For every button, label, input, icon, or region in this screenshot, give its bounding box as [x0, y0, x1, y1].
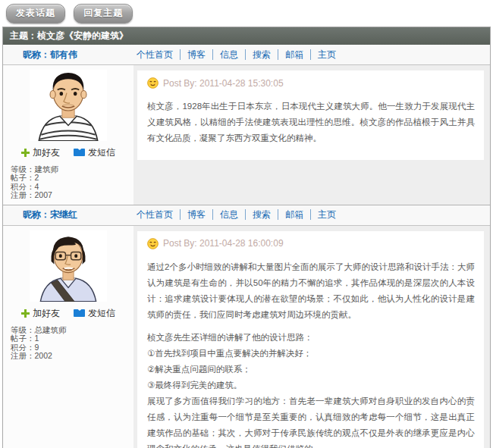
paragraph: 展现了多方面值得我们学习的地方：首先老一辈建筑大师对自身职业的发自内心的责任感，…	[147, 393, 475, 448]
post-1-content-area: Post By: 2011-04-28 15:30:05 桢文彦，1928年出生…	[133, 65, 490, 205]
reply-topic-button[interactable]: 回复主题	[74, 4, 133, 23]
post-2-user-stats: 等级：总建筑师 帖子：1 积分：9 注册：2002	[3, 326, 133, 361]
thread-title: 主题：桢文彦《安静的建筑》	[3, 27, 490, 45]
post-1-meta: Post By: 2011-04-28 15:30:05	[147, 77, 475, 89]
post-2-header: 昵称：宋继红 个性首页博客信息搜索邮箱主页	[3, 205, 490, 226]
add-friend-label: 加好友	[33, 146, 60, 159]
post-1-actions: 加好友 发短信	[3, 146, 133, 159]
post-2-content-area: Post By: 2011-04-28 16:00:09 通过2个多小时细致的讲…	[133, 226, 490, 448]
avatar-male-portrait	[30, 70, 107, 141]
send-message-label: 发短信	[88, 307, 115, 320]
post-2-timestamp: Post By: 2011-04-28 16:00:09	[163, 238, 284, 249]
post-1-body: 加好友 发短信 等级：建筑师 帖子：2 积分：4 注册：2007	[3, 65, 490, 205]
link-blog[interactable]: 博客	[181, 49, 213, 60]
link-search[interactable]: 搜索	[246, 209, 278, 220]
avatar-female-portrait	[30, 230, 107, 302]
send-message-label: 发短信	[88, 146, 115, 159]
plus-icon	[21, 149, 30, 157]
post-1-content-box: Post By: 2011-04-28 15:30:05 桢文彦，1928年出生…	[137, 70, 484, 160]
post-2-sidebar: 加好友 发短信 等级：总建筑师 帖子：1 积分：9 注册：2002	[3, 226, 133, 448]
post-1: 昵称：郁有伟 个性首页博客信息搜索邮箱主页	[3, 45, 490, 205]
post-1-timestamp: Post By: 2011-04-28 15:30:05	[163, 78, 284, 89]
post-1-header: 昵称：郁有伟 个性首页博客信息搜索邮箱主页	[3, 45, 490, 65]
paragraph: 通过2个多小时细致的讲解和大量图片全面的展示了大师的设计思路和设计手法：大师认为…	[147, 259, 475, 323]
post-2-actions: 加好友 发短信	[3, 307, 133, 320]
post-1-nickname: 昵称：郁有伟	[3, 49, 137, 61]
link-homepage[interactable]: 主页	[311, 209, 343, 220]
post-2-nickname: 昵称：宋继红	[3, 208, 137, 221]
post-topic-button[interactable]: 发表话题	[6, 4, 65, 23]
link-mailbox[interactable]: 邮箱	[278, 49, 311, 60]
post-1-text: 桢文彦，1928年出生于日本东京，日本现代主义建筑大师。他一生致力于发展现代主义…	[147, 99, 475, 146]
envelope-icon	[74, 309, 85, 317]
stat-posts: 帖子：1	[11, 334, 133, 343]
add-friend-button[interactable]: 加好友	[21, 307, 60, 320]
post-1-sidebar: 加好友 发短信 等级：建筑师 帖子：2 积分：4 注册：2007	[3, 65, 133, 205]
post-1-user-stats: 等级：建筑师 帖子：2 积分：4 注册：2007	[3, 165, 133, 200]
plus-icon	[21, 309, 30, 318]
smiley-icon	[147, 77, 159, 89]
link-info[interactable]: 信息	[213, 49, 246, 60]
add-friend-button[interactable]: 加好友	[21, 146, 60, 159]
post-2: 昵称：宋继红 个性首页博客信息搜索邮箱主页	[3, 205, 490, 448]
thread-panel: 主题：桢文彦《安静的建筑》 昵称：郁有伟 个性首页博客信息搜索邮箱主页	[2, 27, 491, 448]
paragraph: ③最终得到完美的建筑。	[147, 378, 475, 393]
link-homepage[interactable]: 主页	[311, 49, 343, 60]
post-2-content-box: Post By: 2011-04-28 16:00:09 通过2个多小时细致的讲…	[137, 231, 484, 448]
stat-registered: 注册：2007	[11, 191, 133, 200]
link-blog[interactable]: 博客	[181, 209, 213, 220]
post-2-user-links: 个性首页博客信息搜索邮箱主页	[137, 208, 343, 221]
post-2-text: 通过2个多小时细致的讲解和大量图片全面的展示了大师的设计思路和设计手法：大师认为…	[147, 259, 475, 448]
send-message-button[interactable]: 发短信	[74, 146, 115, 159]
link-personal-home[interactable]: 个性首页	[137, 49, 181, 60]
top-toolbar: 发表话题 回复主题	[0, 0, 493, 21]
post-1-user-links: 个性首页博客信息搜索邮箱主页	[137, 49, 343, 61]
add-friend-label: 加好友	[33, 307, 60, 320]
paragraph: ①首先找到项目中重点要解决的并解决好；	[147, 346, 475, 362]
link-mailbox[interactable]: 邮箱	[278, 209, 311, 220]
paragraph: ②解决重点问题间的联系；	[147, 362, 475, 378]
link-info[interactable]: 信息	[213, 209, 246, 220]
avatar-female-illustration	[30, 230, 107, 302]
post-2-body: 加好友 发短信 等级：总建筑师 帖子：1 积分：9 注册：2002	[3, 226, 490, 448]
post-2-meta: Post By: 2011-04-28 16:00:09	[147, 238, 475, 249]
avatar-male-illustration	[30, 70, 107, 141]
link-search[interactable]: 搜索	[246, 49, 278, 60]
smiley-icon	[147, 238, 159, 249]
paragraph: 桢文彦，1928年出生于日本东京，日本现代主义建筑大师。他一生致力于发展现代主义…	[147, 99, 475, 146]
paragraph: 桢文彦先生还详细的讲解了他的设计思路：	[147, 330, 475, 346]
envelope-icon	[74, 149, 85, 156]
link-personal-home[interactable]: 个性首页	[137, 209, 181, 220]
send-message-button[interactable]: 发短信	[74, 307, 115, 320]
stat-registered: 注册：2002	[11, 352, 133, 361]
